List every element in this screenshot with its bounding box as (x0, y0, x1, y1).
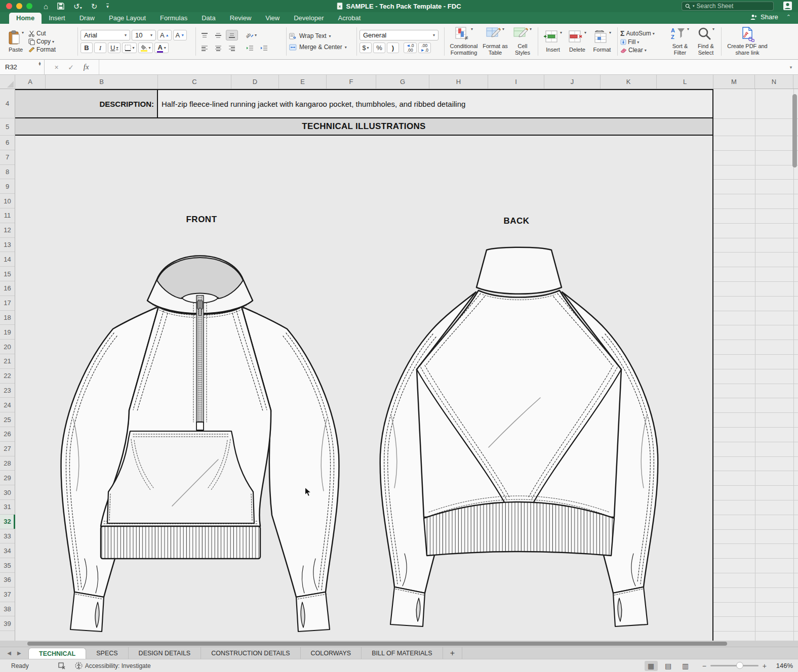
page-break-view-button[interactable]: ▥ (679, 661, 692, 671)
row-header-16[interactable]: 16 (0, 281, 15, 296)
page-layout-view-button[interactable]: ▤ (662, 661, 675, 671)
ribbon-tab-page-layout[interactable]: Page Layout (102, 13, 153, 24)
column-header-D[interactable]: D (231, 75, 279, 89)
sheet-tab-technical[interactable]: TECHNICAL (28, 648, 86, 659)
font-name-select[interactable]: Arial▾ (81, 30, 130, 40)
decrease-indent-button[interactable] (244, 43, 256, 53)
select-all-corner[interactable] (0, 75, 15, 89)
zoom-slider[interactable] (710, 665, 759, 666)
ribbon-tab-formulas[interactable]: Formulas (153, 13, 194, 24)
ribbon-tab-insert[interactable]: Insert (42, 13, 72, 24)
wrap-text-button[interactable]: Wrap Text▾ (289, 31, 354, 40)
increase-font-button[interactable]: A▲ (157, 30, 172, 40)
format-as-table-button[interactable]: ▾ Format as Table (481, 27, 510, 56)
decrease-font-button[interactable]: A▼ (173, 30, 187, 40)
bold-button[interactable]: B (81, 43, 93, 53)
cut-button[interactable]: Cut (28, 30, 75, 37)
row-header-35[interactable]: 35 (0, 558, 15, 573)
cell-styles-button[interactable]: ▾ Cell Styles (510, 27, 535, 56)
align-middle-button[interactable] (212, 30, 224, 40)
create-pdf-button[interactable]: Create PDF and share link (724, 27, 771, 56)
column-header-J[interactable]: J (544, 75, 601, 89)
add-sheet-button[interactable]: + (443, 647, 462, 659)
row-header-33[interactable]: 33 (0, 529, 15, 544)
description-label-cell[interactable]: DESCRIPTION: (15, 90, 158, 117)
increase-indent-button[interactable] (258, 43, 270, 53)
undo-button[interactable]: ↺▾ (73, 3, 82, 10)
sheet-tab-bill-of-materials[interactable]: BILL OF MATERIALS (362, 647, 443, 659)
save-icon[interactable] (57, 3, 64, 10)
redo-button[interactable]: ↻ (91, 3, 98, 10)
sheet-tab-design-details[interactable]: DESIGN DETAILS (129, 647, 202, 659)
row-header-37[interactable]: 37 (0, 587, 15, 602)
row-header-38[interactable]: 38 (0, 602, 15, 617)
percent-format-button[interactable]: % (373, 43, 385, 53)
row-header-6[interactable]: 6 (0, 136, 15, 150)
font-size-select[interactable]: 10▾ (132, 30, 156, 40)
row-header-32[interactable]: 32 (0, 515, 15, 529)
row-header-34[interactable]: 34 (0, 543, 15, 558)
row-header-18[interactable]: 18 (0, 311, 15, 325)
confirm-entry-icon[interactable]: ✓ (68, 63, 74, 71)
ribbon-tab-acrobat[interactable]: Acrobat (331, 13, 368, 24)
horizontal-scrollbar-track[interactable] (0, 641, 798, 647)
row-header-23[interactable]: 23 (0, 384, 15, 398)
row-header-25[interactable]: 25 (0, 412, 15, 427)
fill-color-button[interactable]: ▾ (138, 43, 153, 53)
home-icon[interactable]: ⌂ (44, 3, 48, 10)
vertical-scrollbar[interactable] (792, 94, 797, 167)
column-header-K[interactable]: K (601, 75, 657, 89)
copy-button[interactable]: Copy▾ (28, 38, 75, 45)
accessibility-status[interactable]: Accessibility: Investigate (75, 662, 151, 669)
prev-sheet-arrow[interactable]: ◀ (7, 650, 11, 656)
zoom-slider-thumb[interactable] (736, 662, 743, 669)
row-header-13[interactable]: 13 (0, 238, 15, 253)
align-bottom-button[interactable] (226, 30, 238, 40)
sheet-content-area[interactable]: DESCRIPTION: Half-zip fleece-lined runni… (15, 89, 713, 641)
autosum-button[interactable]: Σ AutoSum▾ (620, 29, 667, 37)
row-header-20[interactable]: 20 (0, 340, 15, 354)
column-header-N[interactable]: N (755, 75, 793, 89)
row-header-7[interactable]: 7 (0, 150, 15, 165)
decrease-decimal-button[interactable]: .00►.0 (418, 43, 431, 53)
row-header-12[interactable]: 12 (0, 223, 15, 238)
row-header-14[interactable]: 14 (0, 252, 15, 267)
row-header-28[interactable]: 28 (0, 456, 15, 471)
comma-format-button[interactable]: ) (387, 43, 399, 53)
row-header-30[interactable]: 30 (0, 485, 15, 500)
increase-decimal-button[interactable]: ◄.0.00 (404, 43, 417, 53)
delete-cells-button[interactable]: ▾ Delete (565, 30, 589, 53)
ribbon-tab-developer[interactable]: Developer (287, 13, 331, 24)
format-painter-button[interactable]: Format (28, 46, 75, 53)
sort-filter-button[interactable]: AZ ▾ Sort & Filter (667, 27, 693, 56)
share-area[interactable]: Share ⌃ (750, 13, 791, 21)
align-left-button[interactable] (198, 43, 211, 53)
selection-mode-icon[interactable] (58, 662, 66, 669)
sheet-tab-construction-details[interactable]: CONSTRUCTION DETAILS (201, 647, 300, 659)
zoom-out-button[interactable]: − (702, 662, 706, 670)
italic-button[interactable]: I (94, 43, 106, 53)
row-header-5[interactable]: 5 (0, 118, 15, 136)
ribbon-tab-draw[interactable]: Draw (72, 13, 102, 24)
insert-cells-button[interactable]: ▾ Insert (541, 30, 565, 53)
sheet-tab-specs[interactable]: SPECS (86, 647, 128, 659)
row-header-26[interactable]: 26 (0, 427, 15, 442)
row-header-4[interactable]: 4 (0, 89, 15, 118)
column-header-L[interactable]: L (657, 75, 713, 89)
row-header-11[interactable]: 11 (0, 208, 15, 223)
account-avatar-icon[interactable] (783, 2, 792, 10)
row-header-24[interactable]: 24 (0, 398, 15, 412)
ribbon-tab-review[interactable]: Review (223, 13, 259, 24)
zoom-window-button[interactable] (26, 3, 32, 9)
zoom-in-button[interactable]: + (763, 662, 767, 670)
normal-view-button[interactable]: ▦ (645, 661, 658, 671)
number-format-select[interactable]: General▾ (360, 30, 438, 40)
column-header-C[interactable]: C (158, 75, 231, 89)
find-select-button[interactable]: ▾ Find & Select (693, 27, 719, 56)
section-title-cell[interactable]: TECHNICAL ILLUSTRATIONS (15, 118, 712, 136)
minimize-window-button[interactable] (16, 3, 22, 9)
clear-button[interactable]: Clear▾ (620, 47, 667, 54)
ribbon-tab-home[interactable]: Home (9, 13, 42, 24)
align-right-button[interactable] (226, 43, 238, 53)
row-header-15[interactable]: 15 (0, 267, 15, 281)
